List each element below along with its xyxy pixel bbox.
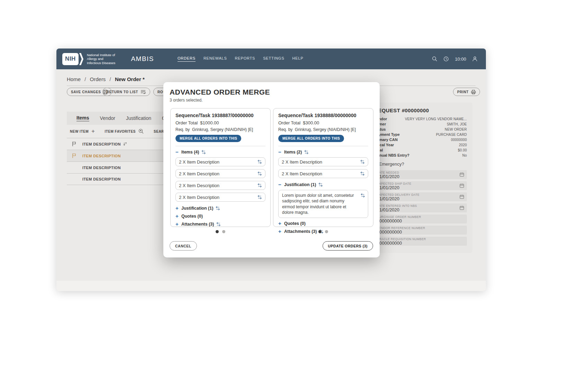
field-value: SMITH, JOE <box>447 122 467 126</box>
section-justification[interactable]: + Justification (1) <box>175 205 265 211</box>
new-item-button[interactable]: NEW ITEM + <box>70 130 95 133</box>
nav-item-help[interactable]: HELP <box>292 56 304 62</box>
vendor-reference-number-field[interactable]: VENDOR REFERENCE NUMBER 0000000000 <box>374 226 467 235</box>
return-to-list-button[interactable]: RETURN TO LIST <box>102 88 150 96</box>
merge-arrows-icon[interactable] <box>318 183 323 187</box>
calendar-icon[interactable] <box>460 172 464 177</box>
collapse-icon[interactable]: − <box>175 149 179 155</box>
nav-item-reports[interactable]: REPORTS <box>235 56 255 62</box>
justification-text-box[interactable]: Lorem ipsum dolor sit amet, consetetur s… <box>278 190 368 218</box>
request-title: REQUEST #00000000 <box>374 107 467 113</box>
merge-arrows-icon[interactable] <box>257 172 262 176</box>
request-inputs: DATE NEEDED 01/01/2020 EXPECTED SHIP DAT… <box>374 170 467 246</box>
tab-items[interactable]: Items <box>76 115 89 121</box>
item-row-label: ITEM DESCRIPTION <box>82 154 121 158</box>
calendar-icon[interactable] <box>460 205 464 210</box>
footer-strip <box>56 281 486 291</box>
request-field-owner: Owner SMITH, JOE <box>374 122 467 126</box>
merge-item-label: 2 X Item Description <box>179 183 219 188</box>
nav-item-orders[interactable]: ORDERS <box>178 56 196 62</box>
collapse-icon[interactable]: − <box>278 149 282 155</box>
breadcrumb-current: New Order * <box>115 76 145 82</box>
clock-icon[interactable] <box>443 56 449 62</box>
section-justification[interactable]: − Justification (1) <box>278 182 368 187</box>
merge-all-orders-button[interactable]: MERGE ALL ORDERS INTO THIS <box>278 135 344 142</box>
calendar-icon[interactable] <box>460 194 464 199</box>
req-by-label: Req. by <box>175 127 190 132</box>
order-total-value: $1000.00 <box>200 120 219 125</box>
nih-logo-box: NIH <box>62 53 79 65</box>
date-entered-nbs-field[interactable]: DATE ENTERED INTO NBS 01/01/2020 <box>374 203 467 212</box>
merge-item[interactable]: 2 X Item Description <box>175 181 265 190</box>
sort-icon[interactable] <box>123 142 127 146</box>
update-orders-button[interactable]: UPDATE ORDERS (3) <box>323 241 373 251</box>
merge-item[interactable]: 2 X Item Description <box>278 169 368 178</box>
breadcrumb-orders[interactable]: Orders <box>90 76 106 82</box>
section-items[interactable]: − Items (4) <box>175 149 265 155</box>
expand-icon[interactable]: + <box>278 221 282 226</box>
merge-all-orders-button[interactable]: MERGE ALL ORDERS INTO THIS <box>175 135 241 142</box>
section-quotes[interactable]: + Quotes (0) <box>175 213 265 219</box>
user-icon[interactable] <box>472 56 478 62</box>
merge-arrows-icon[interactable] <box>257 183 262 187</box>
merge-arrows-icon[interactable] <box>360 172 365 176</box>
section-justification-label: Justification (1) <box>284 182 316 187</box>
carousel-dot-active[interactable] <box>216 230 219 233</box>
section-attachments-label: Attachments (3) <box>181 222 214 227</box>
section-items[interactable]: − Items (2) <box>278 149 368 155</box>
input-value: 01/01/2020 <box>377 208 464 212</box>
merge-item[interactable]: 2 X Item Description <box>278 157 368 166</box>
purchase-order-number-field[interactable]: PURCHASE ORDER NUMBER 0000000000 <box>374 214 467 224</box>
institute-line: National Institute of <box>87 53 115 57</box>
merge-arrows-icon[interactable] <box>304 150 309 154</box>
requested-by: Req. by Grinkrug, Sergey (NIAID/NIH) [E] <box>278 127 368 132</box>
merge-item[interactable]: 2 X Item Description <box>175 193 265 202</box>
calendar-icon[interactable] <box>460 183 464 188</box>
plus-icon: + <box>91 130 95 133</box>
expected-delivery-date-field[interactable]: EXPECTED DELIVERY DATE 01/01/2020 <box>374 192 467 201</box>
date-needed-field[interactable]: DATE NEEDED 01/01/2020 <box>374 170 467 179</box>
merge-arrows-icon[interactable] <box>201 150 206 154</box>
nav-item-renewals[interactable]: RENEWALS <box>203 56 227 62</box>
merge-arrows-icon[interactable] <box>216 222 221 226</box>
merge-item[interactable]: 2 X Item Description <box>175 157 265 166</box>
expected-ship-date-field[interactable]: EXPECTED SHIP DATE 01/01/2020 <box>374 181 467 190</box>
search-icon[interactable] <box>432 56 437 62</box>
merge-arrows-icon[interactable] <box>215 206 220 210</box>
navbar-left: NIH National Institute of Allergy and In… <box>62 53 304 65</box>
collapse-icon[interactable]: − <box>278 182 282 187</box>
merge-arrows-icon[interactable] <box>257 160 262 164</box>
expand-icon[interactable]: + <box>175 221 179 227</box>
merge-arrows-icon[interactable] <box>360 160 365 164</box>
print-button[interactable]: PRINT <box>453 88 480 96</box>
flag-icon[interactable] <box>72 153 79 158</box>
main-nav: ORDERS RENEWALS REPORTS SETTINGS HELP <box>178 56 304 62</box>
section-attachments[interactable]: + Attachments (3) <box>175 221 265 227</box>
flag-icon[interactable] <box>72 141 79 147</box>
breadcrumb-home[interactable]: Home <box>67 76 81 82</box>
merge-arrows-icon[interactable] <box>360 193 365 198</box>
field-value: No <box>462 154 467 157</box>
expand-icon[interactable]: + <box>175 213 179 219</box>
request-field-primary-can: Primary CAN 00000000 <box>374 138 467 142</box>
section-quotes[interactable]: + Quotes (0) <box>278 221 368 226</box>
tab-justification[interactable]: Justification <box>126 115 151 121</box>
expand-icon[interactable]: + <box>175 205 179 211</box>
cancel-button[interactable]: CANCEL <box>170 241 197 251</box>
modal-title: ADVANCED ORDER MERGE <box>170 88 270 96</box>
nav-item-settings[interactable]: SETTINGS <box>263 56 284 62</box>
input-value: 0000000000 <box>377 230 464 234</box>
tab-vendor[interactable]: Vendor <box>100 115 115 121</box>
breadcrumb-separator: / <box>84 76 86 82</box>
carousel-dot-active[interactable] <box>318 230 322 233</box>
merge-item[interactable]: 2 X Item Description <box>175 169 265 178</box>
item-row-label: ITEM DESCRIPTION <box>82 142 121 146</box>
order-total-value: $300.00 <box>303 120 319 125</box>
merge-arrows-icon[interactable] <box>257 195 262 199</box>
item-favorites-button[interactable]: ITEM FAVORITES <box>105 129 144 134</box>
order-card-1938887: Sequence/Task 1938887/00000000 Order Tot… <box>170 108 271 227</box>
oracle-requisition-number-field[interactable]: ORACLE REQUISITION NUMBER 0000000000 <box>374 237 467 246</box>
carousel-dot[interactable] <box>325 230 328 233</box>
carousel-dot[interactable] <box>222 230 225 233</box>
item-row-label: ITEM DESCRIPTION <box>82 177 121 181</box>
